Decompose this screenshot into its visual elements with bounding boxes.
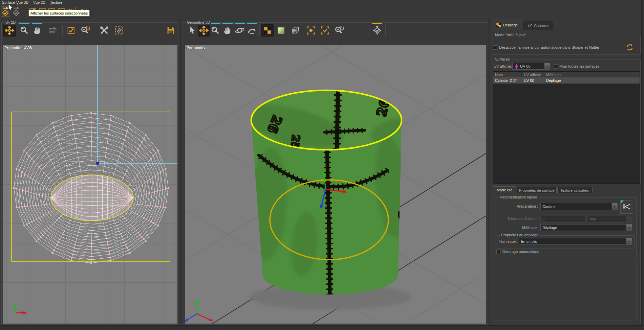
column-header-nom[interactable]: Nom	[493, 72, 522, 77]
surfaces-table: Nom UV affiché Méthode Cylinder 2-1* UV …	[493, 71, 640, 184]
menu-texture[interactable]: Texture	[49, 0, 64, 4]
svg-text:x: x	[345, 190, 347, 193]
tab-texture-utilisateur[interactable]: Texture utilisateur	[557, 187, 593, 193]
tolerance-label: Tolerance Jointure:	[507, 217, 539, 221]
auto-centering-checkbox[interactable]	[496, 250, 501, 254]
uv2d-texture-paint-button[interactable]	[47, 24, 59, 37]
check-square-icon	[66, 26, 76, 35]
disable-auto-update-checkbox[interactable]	[493, 45, 497, 50]
refresh-icon	[626, 43, 634, 51]
unfold-group-title: Propriétés du dépliage	[500, 233, 540, 237]
geo3d-toolbar-separator-1	[259, 25, 260, 36]
preparation-value: Coudre	[542, 205, 555, 209]
methode-value: Dépliage	[542, 226, 557, 230]
svg-text:x: x	[211, 319, 213, 322]
geo3d-wireframe-button[interactable]	[289, 24, 301, 37]
uv-tab-icon: UV	[496, 22, 501, 28]
column-header-methode[interactable]: Méthode	[544, 72, 640, 77]
orbit-icon	[235, 25, 245, 36]
frame-diamond-icon	[306, 26, 316, 35]
uv2d-island-select-button[interactable]	[113, 24, 125, 37]
svg-text:v: v	[15, 301, 17, 304]
geo3d-frame-validate-button[interactable]	[319, 24, 331, 37]
menu-bar: Surface Vue 3D Vue 2D Texture	[0, 0, 644, 5]
refresh-button[interactable]	[626, 43, 634, 51]
zoom3d-active-line	[210, 23, 220, 24]
corner-flag-icon	[621, 201, 624, 204]
geo3d-toolbar-separator-4	[385, 25, 386, 36]
uv-affiche-value: UV 00	[520, 64, 531, 68]
uv-affiche-dropdown[interactable]: UV 00 ▼	[512, 63, 550, 70]
geo3d-viewport-label: Perspective	[187, 46, 208, 50]
frame-check-icon	[320, 26, 330, 35]
uv2d-move-button[interactable]	[3, 24, 16, 37]
sew-tool-button[interactable]	[620, 200, 633, 214]
uv2d-zoom-auto-button[interactable]	[79, 24, 91, 37]
zoom-icon	[211, 26, 220, 35]
disable-auto-update-label: Désactiver la mise à jour automatique da…	[499, 45, 599, 49]
column-header-uv-affiche[interactable]: UV affiché	[522, 72, 544, 77]
status-bar	[0, 325, 644, 330]
splitter-right[interactable]	[488, 19, 491, 324]
menu-vue-3d[interactable]: Vue 3D	[15, 0, 30, 4]
for-all-surfaces-checkbox[interactable]	[554, 64, 558, 69]
methode-dropdown[interactable]: Dépliage ▼	[540, 224, 632, 231]
tab-coutures[interactable]: Coutures	[522, 21, 554, 30]
geo3d-unfold-button[interactable]	[371, 24, 383, 37]
uv2d-validate-button[interactable]	[65, 24, 77, 37]
geo3d-checker-button[interactable]	[261, 24, 274, 37]
svg-text:UV: UV	[497, 24, 501, 27]
orbit3d-active-line	[235, 23, 245, 24]
svg-text:z: z	[185, 319, 187, 323]
unfold3d-active-line	[372, 23, 382, 24]
uv2d-viewport[interactable]: Projection UVW vu	[3, 45, 177, 324]
geo3d-toolbar-separator-3	[369, 25, 369, 36]
geo3d-gradient-button[interactable]	[275, 24, 287, 37]
tab-mode-clic[interactable]: Mode clic	[493, 186, 516, 193]
svg-text:u: u	[24, 311, 26, 315]
tab-coutures-label: Coutures	[534, 24, 549, 28]
uv2d-save-button[interactable]	[165, 24, 177, 37]
right-edge-strip	[641, 0, 644, 330]
geo3d-zoom-button[interactable]	[209, 24, 221, 37]
svg-text:y: y	[322, 171, 324, 175]
uv2d-tools-button[interactable]	[98, 24, 110, 37]
pan-hand-icon	[223, 26, 232, 35]
splitter-left[interactable]	[179, 19, 183, 324]
preparation-dropdown[interactable]: Coudre ▼	[540, 203, 618, 210]
tolerance-unit-dropdown[interactable]: mm ▼	[588, 216, 632, 222]
geo3d-viewport[interactable]: Perspective 626252626625yxyxz	[185, 45, 486, 324]
dropdown-arrow-icon: ▼	[626, 216, 632, 222]
uv-wireframe-canvas: vu	[3, 45, 177, 324]
uv2d-zoom-button[interactable]	[18, 24, 30, 37]
empty-properties-box	[495, 258, 637, 321]
geo3d-select-button[interactable]	[186, 24, 198, 37]
auto-centering-label: Centrage automatique	[502, 250, 539, 254]
menu-vue-2d[interactable]: Vue 2D	[32, 0, 47, 4]
technique-dropdown[interactable]: En un clic ▼	[519, 238, 632, 245]
uv2d-pan-button[interactable]	[31, 24, 43, 37]
uv-magenta-icon	[514, 64, 519, 69]
mode-group-title: Mode "mise à jour"	[494, 33, 528, 37]
technique-label: Technique :	[499, 239, 518, 243]
zoom-power-icon	[80, 25, 90, 36]
surfaces-group-title: Surfaces	[494, 57, 511, 62]
geo3d-orbit-button[interactable]	[234, 24, 246, 37]
zoom-power-icon	[334, 25, 344, 36]
mouse-cursor	[8, 4, 14, 12]
mode-group	[492, 35, 641, 55]
tolerance-input[interactable]: 0	[540, 216, 586, 222]
dropdown-arrow-icon: ▼	[544, 63, 550, 69]
application-window: Surface Vue 3D Vue 2D Texture	[0, 0, 644, 330]
uv2d-toolbar-separator	[62, 25, 63, 36]
geo3d-frame-selection-button[interactable]	[305, 24, 317, 37]
tab-proprietes-surface[interactable]: Propriétés de surface	[517, 187, 557, 193]
geo3d-move-button[interactable]	[198, 24, 210, 37]
dropdown-arrow-icon: ▼	[626, 225, 632, 231]
cell-methode: Dépliage	[544, 77, 640, 84]
wire-cube-icon	[291, 26, 300, 35]
tab-depliage[interactable]: UV Dépliage	[492, 20, 522, 30]
geo3d-walk-button[interactable]	[246, 24, 258, 37]
geo3d-pan-button[interactable]	[221, 24, 234, 37]
geo3d-zoom-auto-button[interactable]	[333, 24, 345, 37]
